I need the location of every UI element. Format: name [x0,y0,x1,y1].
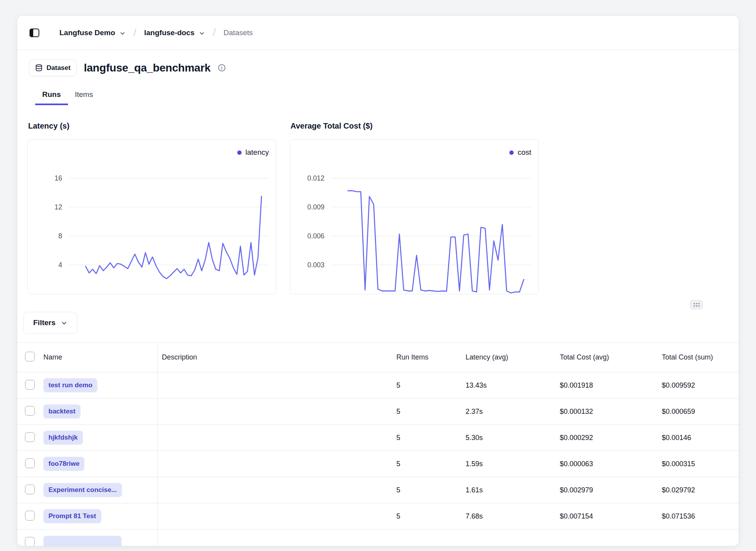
table-row: Prompt 81 Test57.68s$0.007154$0.071536 [17,503,739,530]
run-name-cell: Prompt 81 Test [34,503,158,529]
row-checkbox-cell [17,406,34,417]
chevron-down-icon [61,320,68,327]
dataset-title-row: Dataset langfuse_qa_benchmark [29,59,727,76]
table-row: foo78riwe51.59s$0.000063$0.000315 [17,451,739,477]
run-name-cell [34,530,158,546]
chevron-down-icon [119,30,126,37]
breadcrumb-org-label: Langfuse Demo [59,29,115,37]
legend-dot-icon [509,150,514,155]
run-name-badge[interactable]: test run demo [43,378,97,392]
row-checkbox[interactable] [25,380,35,390]
charts-section: Latency (s) 481216 latency Average Total… [17,122,739,294]
total-cost-sum-cell: $0.00146 [657,434,739,442]
row-checkbox[interactable] [25,406,35,416]
grip-dots-icon [693,302,700,308]
drag-handle[interactable] [690,300,703,309]
info-icon [218,64,226,72]
latency-avg-cell: 7.68s [461,512,555,521]
table-row: test run demo513.43s$0.001918$0.009592 [17,372,739,399]
breadcrumb: Langfuse Demo / langfuse-docs / Datasets [59,27,253,39]
latency-line-chart: 481216 [28,140,277,295]
run-name-cell: hjkfdshjk [34,425,158,451]
latency-chart: 481216 latency [27,139,276,294]
run-name-badge[interactable]: Prompt 81 Test [43,509,101,523]
run-items-cell: 5 [392,434,461,442]
header-checkbox-cell [17,352,34,363]
cost-line-chart: 0.0030.0060.0090.012 [290,140,539,295]
latency-avg-cell: 1.59s [461,460,555,468]
legend-label: latency [245,148,269,157]
run-name-badge[interactable] [43,536,122,546]
tabs: Runs Items [29,86,727,105]
chevron-down-icon [199,30,205,37]
breadcrumb-separator: / [213,27,216,39]
total-cost-sum-cell: $0.071536 [657,512,739,521]
page-title: langfuse_qa_benchmark [84,62,210,74]
column-header-name: Name [34,343,158,372]
run-name-cell: backtest [34,399,158,424]
latency-avg-cell: 1.61s [461,486,555,494]
breadcrumb-project-selector[interactable]: langfuse-docs [144,29,205,37]
svg-text:0.006: 0.006 [307,232,324,240]
breadcrumb-page-datasets[interactable]: Datasets [224,29,253,37]
run-name-badge[interactable]: foo78riwe [43,457,84,471]
latency-avg-cell: 2.37s [461,408,555,416]
total-cost-sum-cell: $0.000315 [657,460,739,468]
sidebar-panel-icon [29,27,40,38]
total-cost-avg-cell: $0.001918 [555,381,657,390]
info-button[interactable] [218,64,226,72]
total-cost-avg-cell: $0.002979 [555,486,657,494]
column-header-description: Description [158,353,392,361]
legend-label: cost [518,148,531,157]
run-items-cell: 5 [392,381,461,390]
total-cost-avg-cell: $0.000063 [555,460,657,468]
filters-button[interactable]: Filters [23,312,77,334]
row-checkbox[interactable] [25,485,35,494]
svg-text:16: 16 [55,174,62,182]
tab-runs[interactable]: Runs [35,86,68,105]
run-name-cell: Experiment concise... [34,477,158,503]
row-checkbox[interactable] [25,511,35,521]
app-window: Langfuse Demo / langfuse-docs / Datasets… [17,16,739,546]
cost-chart: 0.0030.0060.0090.012 cost [290,139,539,294]
breadcrumb-bar: Langfuse Demo / langfuse-docs / Datasets [17,16,739,50]
table-row: hjkfdshjk55.30s$0.000292$0.00146 [17,425,739,451]
tab-items[interactable]: Items [68,86,100,105]
run-name-cell: test run demo [34,372,158,398]
dataset-header: Dataset langfuse_qa_benchmark Runs Items [17,50,739,105]
total-cost-sum-cell: $0.009592 [657,381,739,390]
breadcrumb-org-selector[interactable]: Langfuse Demo [59,29,126,37]
run-name-badge[interactable]: Experiment concise... [43,483,122,497]
table-row: backtest52.37s$0.000132$0.000659 [17,399,739,425]
column-header-latency-avg: Latency (avg) [461,353,555,361]
cost-chart-legend: cost [509,148,531,157]
cost-chart-block: Average Total Cost ($) 0.0030.0060.0090.… [290,122,539,294]
latency-chart-block: Latency (s) 481216 latency [27,122,276,294]
svg-text:12: 12 [55,203,62,211]
row-checkbox[interactable] [25,537,35,546]
cost-chart-title: Average Total Cost ($) [290,122,539,131]
row-checkbox[interactable] [25,458,35,468]
row-checkbox-cell [17,537,34,546]
latency-avg-cell: 13.43s [461,381,555,390]
breadcrumb-project-label: langfuse-docs [144,29,195,37]
svg-text:0.003: 0.003 [307,261,324,269]
breadcrumb-separator: / [134,27,136,39]
column-header-run-items: Run Items [392,353,461,361]
table-body: test run demo513.43s$0.001918$0.009592ba… [17,372,739,546]
run-name-badge[interactable]: hjkfdshjk [43,431,83,445]
sidebar-toggle-button[interactable] [29,27,40,38]
svg-text:0.012: 0.012 [307,174,324,182]
total-cost-sum-cell: $0.000659 [657,408,739,416]
run-name-badge[interactable]: backtest [43,404,81,419]
database-icon [35,64,43,72]
runs-table: Name Description Run Items Latency (avg)… [17,342,739,546]
dataset-badge-label: Dataset [47,64,70,72]
total-cost-avg-cell: $0.000292 [555,434,657,442]
svg-text:8: 8 [58,232,62,240]
filters-row: Filters [17,312,739,334]
run-items-cell: 5 [392,512,461,521]
select-all-checkbox[interactable] [25,352,35,361]
run-items-cell: 5 [392,460,461,468]
row-checkbox[interactable] [25,432,35,442]
